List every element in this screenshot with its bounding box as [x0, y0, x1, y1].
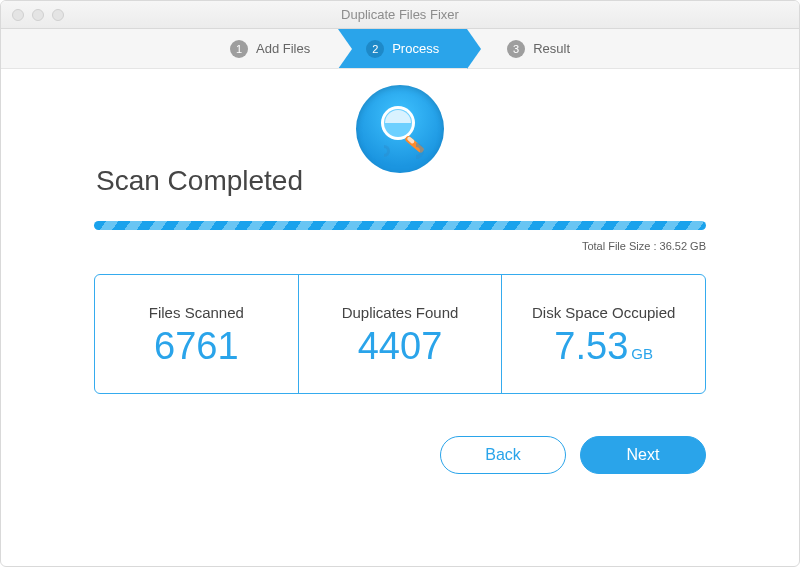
stat-number: 7.53 [554, 325, 628, 367]
step-number: 2 [366, 40, 384, 58]
step-number: 3 [507, 40, 525, 58]
titlebar: Duplicate Files Fixer [1, 1, 799, 29]
back-button[interactable]: Back [440, 436, 566, 474]
stat-label: Files Scanned [149, 304, 244, 321]
content-area: Scan Completed Total File Size : 36.52 G… [1, 69, 799, 566]
page-title: Scan Completed [96, 165, 303, 197]
step-number: 1 [230, 40, 248, 58]
stat-label: Disk Space Occupied [532, 304, 675, 321]
stat-value: 6761 [154, 327, 239, 365]
step-label: Process [392, 41, 439, 56]
stat-value: 4407 [358, 327, 443, 365]
minimize-window-icon[interactable] [32, 9, 44, 21]
next-button[interactable]: Next [580, 436, 706, 474]
action-bar: Back Next [94, 436, 706, 474]
step-result[interactable]: 3 Result [467, 29, 598, 68]
window-title: Duplicate Files Fixer [1, 7, 799, 22]
step-add-files[interactable]: 1 Add Files [202, 29, 338, 68]
stats-panel: Files Scanned 6761 Duplicates Found 4407… [94, 274, 706, 394]
step-process[interactable]: 2 Process [338, 29, 467, 68]
app-logo [356, 85, 444, 173]
step-label: Result [533, 41, 570, 56]
progress-section: Total File Size : 36.52 GB [94, 221, 706, 252]
magnifier-icon [356, 85, 444, 173]
stat-value: 7.53GB [554, 327, 653, 365]
app-window: Duplicate Files Fixer 1 Add Files 2 Proc… [0, 0, 800, 567]
progress-bar [94, 221, 706, 230]
window-controls [12, 9, 64, 21]
zoom-window-icon[interactable] [52, 9, 64, 21]
stat-files-scanned: Files Scanned 6761 [95, 275, 298, 393]
stat-label: Duplicates Found [342, 304, 459, 321]
step-label: Add Files [256, 41, 310, 56]
step-bar: 1 Add Files 2 Process 3 Result [1, 29, 799, 69]
stat-duplicates-found: Duplicates Found 4407 [298, 275, 502, 393]
stat-unit: GB [631, 345, 653, 362]
total-file-size-label: Total File Size : 36.52 GB [582, 240, 706, 252]
stat-disk-space: Disk Space Occupied 7.53GB [501, 275, 705, 393]
close-window-icon[interactable] [12, 9, 24, 21]
